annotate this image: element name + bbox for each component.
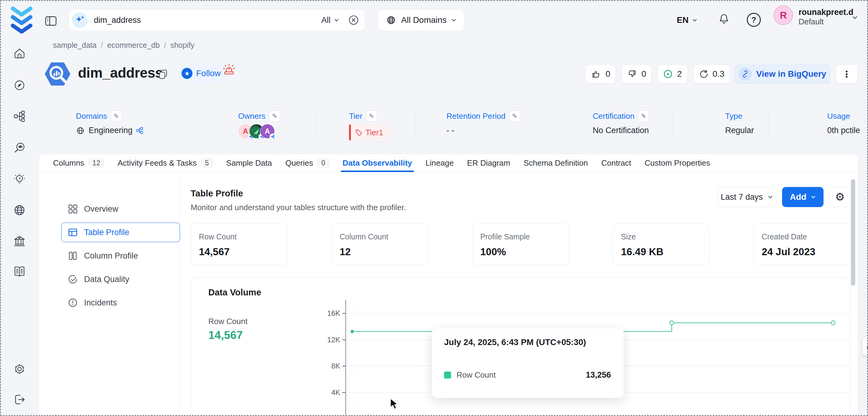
tab-data-observability[interactable]: Data Observability [336,154,419,172]
tab-lineage[interactable]: Lineage [419,154,461,172]
more-options-kebab-icon[interactable]: ⋮ [836,65,858,84]
tab-custom-properties[interactable]: Custom Properties [638,154,717,172]
resize-handle-button[interactable] [863,336,868,356]
version-history-icon [699,69,708,79]
thumbs-down-icon [627,69,637,79]
app-logo-icon[interactable] [10,6,33,33]
time-range-dropdown[interactable]: Last 7 days [717,187,776,207]
follow-button[interactable]: ★ Follow [179,65,227,82]
column-profile-icon [68,251,78,261]
tab-sample-data[interactable]: Sample Data [220,154,279,172]
domain-filter-dropdown[interactable]: All Domains [378,9,464,31]
mouse-cursor [389,398,401,412]
search-scope-dropdown[interactable]: All [321,15,339,25]
profiler-settings-gear-icon[interactable]: ⚙ [829,187,851,207]
stat-card-size: Size 16.49 KB [613,224,710,265]
edit-tier-icon[interactable]: ✎ [366,110,377,122]
tag-icon [355,129,363,136]
tab-count-badge: 12 [89,158,104,168]
observability-search-icon[interactable] [12,141,27,155]
settings-gear-icon[interactable] [12,362,27,376]
glossary-book-icon[interactable] [12,264,27,279]
type-value: Regular [725,126,754,135]
explore-compass-icon[interactable] [12,78,27,93]
metadata-strip: Domains ✎ Engineering Owners ✎ A A Tier [0,107,868,142]
edit-owners-icon[interactable]: ✎ [269,110,280,122]
breadcrumb-item[interactable]: shopify [170,41,194,50]
breadcrumb-item[interactable]: ecommerce_db [107,41,160,50]
open-tasks-button[interactable]: 2 [657,65,688,84]
subdomain-icon [136,127,144,134]
sidebar-collapse-icon[interactable] [44,14,57,27]
insights-bulb-icon[interactable] [12,172,27,186]
task-count: 2 [677,69,682,79]
tab-schema-definition[interactable]: Schema Definition [517,154,594,172]
upvote-button[interactable]: 0 [585,65,616,84]
certification-value: No Certification [593,126,649,135]
panel-scrollbar[interactable] [851,179,855,286]
help-icon[interactable]: ? [747,13,761,27]
stat-label: Column Count [340,232,420,241]
language-dropdown[interactable]: EN [677,11,697,29]
subnav-item-table-profile[interactable]: Table Profile [61,223,180,242]
stat-value: 24 Jul 2023 [762,246,842,258]
home-icon[interactable] [12,46,27,61]
notifications-bell-icon[interactable] [717,12,730,25]
breadcrumb-item[interactable]: sample_data [53,41,97,50]
tab-er-diagram[interactable]: ER Diagram [461,154,517,172]
ai-sparkle-icon [72,12,88,28]
tier-badge[interactable]: Tier1 [349,125,389,140]
stat-label: Profile Sample [480,232,561,241]
tab-queries[interactable]: Queries0 [279,154,336,172]
stat-label: Row Count [199,232,279,241]
tooltip-timestamp: July 24, 2025, 6:43 PM (UTC+05:30) [444,338,586,347]
subnav-item-incidents[interactable]: Incidents [61,293,180,313]
tab-activity-feeds[interactable]: Activity Feeds & Tasks5 [111,154,219,172]
stat-card-column-count: Column Count 12 [331,224,428,265]
retention-value: - - [446,126,454,135]
owner-badge-icon [270,133,276,139]
tab-count-badge: 0 [317,158,329,168]
tab-columns[interactable]: Columns12 [46,154,111,172]
incidents-alert-icon [68,297,78,308]
edit-domains-icon[interactable]: ✎ [111,110,122,122]
alert-siren-icon[interactable] [222,63,236,77]
logout-icon[interactable] [12,392,27,407]
domains-globe-icon[interactable] [12,203,27,218]
subnav-item-overview[interactable]: Overview [61,199,180,219]
domains-value[interactable]: Engineering [89,126,132,135]
govern-bank-icon[interactable] [12,234,27,249]
tab-contract[interactable]: Contract [594,154,638,172]
view-in-bigquery-button[interactable]: View in BigQuery [735,65,830,84]
breadcrumb-separator: / [101,41,103,50]
copy-name-icon[interactable] [158,69,169,80]
data-volume-card: Data Volume Row Count 14,567 16K 12K [191,278,850,416]
version-button[interactable]: 0.3 [693,65,730,84]
add-button[interactable]: Add [782,187,824,207]
user-avatar[interactable]: R [774,5,793,25]
version-number: 0.3 [713,69,724,79]
domains-label: Domains [76,111,107,121]
chevron-down-icon [452,19,456,22]
edit-retention-icon[interactable]: ✎ [509,110,520,122]
edit-certification-icon[interactable]: ✎ [638,110,649,122]
type-label: Type [725,111,742,121]
subnav-item-column-profile[interactable]: Column Profile [61,246,180,265]
chevron-down-icon [692,19,697,22]
user-menu-chevron-icon[interactable] [852,16,858,20]
downvote-count: 0 [642,69,646,79]
owner-avatar[interactable]: A [260,124,275,138]
subnav-item-data-quality[interactable]: Data Quality [61,269,180,289]
entity-tabs: Columns12 Activity Feeds & Tasks5 Sample… [39,154,858,172]
downvote-button[interactable]: 0 [621,65,652,84]
row-count-value: 14,567 [208,329,243,342]
line-end-dot [831,321,835,325]
search-clear-icon[interactable] [347,14,360,26]
row-count-label: Row Count [208,317,248,326]
stat-card-created-date: Created Date 24 Jul 2023 [753,224,850,265]
profiler-subnav: Overview Table Profile Column Profile Da… [61,199,180,316]
global-search-bar[interactable]: All [68,9,366,31]
user-menu[interactable]: rounakpreet.d Default [799,7,854,27]
search-input[interactable] [94,15,321,25]
owners-label: Owners [238,111,266,121]
